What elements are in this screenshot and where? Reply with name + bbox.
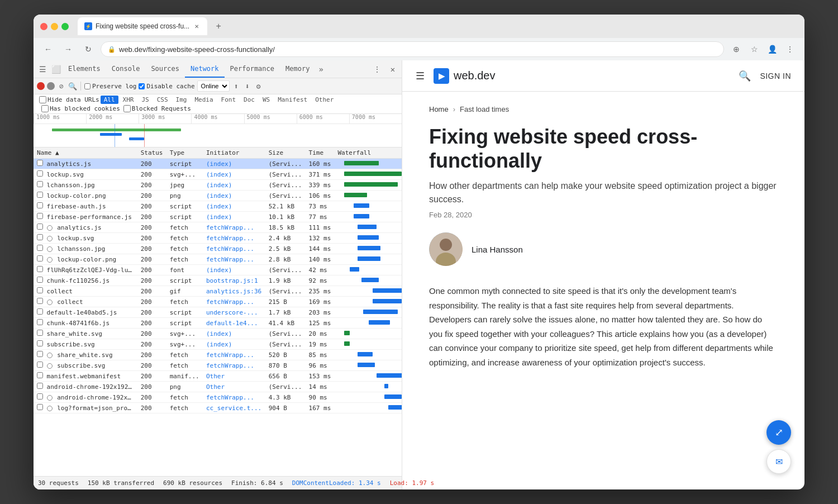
row-checkbox[interactable]	[37, 340, 43, 346]
table-row[interactable]: default-1e40abd5.js 200 script underscor…	[34, 307, 402, 318]
row-checkbox[interactable]	[37, 362, 43, 368]
table-row[interactable]: chunk-fc110256.js 200 script bootstrap.j…	[34, 275, 402, 286]
col-header-type[interactable]: Type	[166, 148, 203, 159]
col-header-name[interactable]: Name ▲	[34, 148, 137, 159]
table-row[interactable]: manifest.webmanifest 200 manif... Other …	[34, 371, 402, 382]
close-button[interactable]	[40, 23, 47, 30]
more-tabs-icon[interactable]: »	[315, 65, 326, 74]
col-header-waterfall[interactable]: Waterfall	[334, 148, 402, 159]
row-checkbox[interactable]	[37, 170, 43, 177]
hamburger-icon[interactable]: ☰	[416, 70, 425, 82]
tab-memory[interactable]: Memory	[280, 60, 315, 78]
throttle-select[interactable]: Online	[197, 80, 230, 92]
table-row[interactable]: lchansson.jpg 200 fetch fetchWrapp... 2.…	[34, 244, 402, 254]
new-tab-button[interactable]: +	[211, 18, 226, 34]
row-checkbox[interactable]	[37, 202, 43, 208]
filter-js[interactable]: JS	[138, 96, 152, 104]
table-row[interactable]: firebase-performance.js 200 script (inde…	[34, 212, 402, 222]
filter-all[interactable]: All	[101, 96, 118, 104]
table-row[interactable]: lockup.svg 200 fetch fetchWrapp... 2.4 k…	[34, 233, 402, 244]
disable-cache-checkbox[interactable]	[139, 83, 145, 89]
upload-icon[interactable]: ⬆	[232, 82, 241, 91]
table-row[interactable]: share_white.svg 200 fetch fetchWrapp... …	[34, 350, 402, 360]
row-checkbox[interactable]	[37, 319, 43, 325]
filter-manifest[interactable]: Manifest	[274, 96, 311, 104]
row-checkbox[interactable]	[37, 160, 43, 166]
tab-close-icon[interactable]: ✕	[193, 22, 201, 30]
minimize-button[interactable]	[51, 23, 58, 30]
row-checkbox[interactable]	[37, 245, 43, 251]
filter-ws[interactable]: WS	[259, 96, 273, 104]
col-header-time[interactable]: Time	[306, 148, 335, 159]
table-row[interactable]: log?format=json_proto 200 fetch cc_servi…	[34, 403, 402, 413]
table-row[interactable]: lockup-color.png 200 png (index) (Servi.…	[34, 191, 402, 201]
filter-doc[interactable]: Doc	[240, 96, 258, 104]
search-icon[interactable]: 🔍	[739, 70, 751, 82]
search-icon[interactable]: 🔍	[68, 82, 77, 91]
tab-network[interactable]: Network	[185, 60, 225, 78]
row-checkbox[interactable]	[37, 372, 43, 378]
table-row[interactable]: chunk-48741f6b.js 200 script default-1e4…	[34, 318, 402, 329]
col-header-status[interactable]: Status	[137, 148, 166, 159]
back-button[interactable]: ←	[40, 41, 56, 57]
row-checkbox[interactable]	[37, 255, 43, 261]
table-row[interactable]: firebase-auth.js 200 script (index) 52.1…	[34, 201, 402, 212]
tab-elements[interactable]: Elements	[63, 60, 106, 78]
disable-cache-label[interactable]: Disable cache	[139, 83, 194, 90]
blocked-requests-checkbox[interactable]	[123, 105, 131, 112]
network-table-container[interactable]: Name ▲ Status Type Initiator Size Time W…	[34, 148, 402, 476]
blocked-cookies-checkbox[interactable]	[41, 105, 49, 112]
stop-button[interactable]	[47, 82, 55, 90]
row-checkbox[interactable]	[37, 404, 43, 410]
table-row[interactable]: subscribe.svg 200 svg+... (index) (Servi…	[34, 339, 402, 350]
sign-in-button[interactable]: SIGN IN	[760, 72, 791, 80]
row-checkbox[interactable]	[37, 277, 43, 283]
table-row[interactable]: lchansson.jpg 200 jpeg (index) (Servi...…	[34, 180, 402, 191]
table-row[interactable]: lockup-color.png 200 fetch fetchWrapp...…	[34, 254, 402, 265]
devtools-close-icon[interactable]: ✕	[386, 63, 399, 76]
preserve-log-checkbox[interactable]	[84, 83, 91, 89]
row-checkbox[interactable]	[37, 383, 43, 389]
table-row[interactable]: analytics.js 200 fetch fetchWrapp... 18.…	[34, 222, 402, 233]
row-checkbox[interactable]	[37, 393, 43, 400]
settings-icon[interactable]: ⚙	[254, 82, 263, 91]
row-checkbox[interactable]	[37, 287, 43, 293]
download-icon[interactable]: ⬇	[243, 82, 252, 91]
hide-data-urls-label[interactable]: Hide data URLs	[39, 96, 99, 103]
row-checkbox[interactable]	[37, 213, 43, 219]
devtools-toggle2[interactable]: ⬜	[49, 63, 63, 76]
col-header-initiator[interactable]: Initiator	[203, 148, 265, 159]
blocked-cookies-label[interactable]: Has blocked cookies	[41, 105, 120, 112]
table-row[interactable]: android-chrome-192x... 200 fetch fetchWr…	[34, 392, 402, 403]
table-row[interactable]: lockup.svg 200 svg+... (index) (Servi...…	[34, 169, 402, 180]
menu-icon[interactable]: ⋮	[782, 41, 798, 57]
row-checkbox[interactable]	[37, 234, 43, 240]
table-row[interactable]: collect 200 fetch fetchWrapp... 215 B 16…	[34, 297, 402, 307]
table-row[interactable]: collect 200 gif analytics.js:36 (Servi..…	[34, 286, 402, 297]
table-row[interactable]: android-chrome-192x192... 200 png Other …	[34, 382, 402, 392]
filter-font[interactable]: Font	[218, 96, 240, 104]
table-row[interactable]: share_white.svg 200 svg+... (index) (Ser…	[34, 329, 402, 339]
row-checkbox[interactable]	[37, 298, 43, 304]
active-tab[interactable]: ⚡ Fixing website speed cross-fu... ✕	[78, 17, 207, 35]
filter-css[interactable]: CSS	[154, 96, 172, 104]
blocked-requests-label[interactable]: Blocked Requests	[123, 105, 191, 112]
reload-button[interactable]: ↻	[80, 41, 96, 57]
filter-img[interactable]: Img	[173, 96, 191, 104]
tab-sources[interactable]: Sources	[145, 60, 185, 78]
row-checkbox[interactable]	[37, 224, 43, 230]
col-header-size[interactable]: Size	[265, 148, 306, 159]
row-checkbox[interactable]	[37, 192, 43, 198]
forward-button[interactable]: →	[60, 41, 76, 57]
filter-xhr[interactable]: XHR	[120, 96, 137, 104]
row-checkbox[interactable]	[37, 351, 43, 357]
row-checkbox[interactable]	[37, 266, 43, 272]
preserve-log-label[interactable]: Preserve log	[84, 83, 136, 90]
devtools-more-icon[interactable]: ⋮	[370, 63, 384, 76]
table-row[interactable]: analytics.js 200 script (index) (Servi..…	[34, 159, 402, 169]
row-checkbox[interactable]	[37, 181, 43, 187]
row-checkbox[interactable]	[37, 308, 43, 315]
table-row[interactable]: flUhRq6tzZclQEJ-Vdg-lui... 200 font (ind…	[34, 265, 402, 275]
feedback-fab-button[interactable]: ✉	[766, 449, 791, 474]
bookmark-icon[interactable]: ☆	[746, 41, 762, 57]
